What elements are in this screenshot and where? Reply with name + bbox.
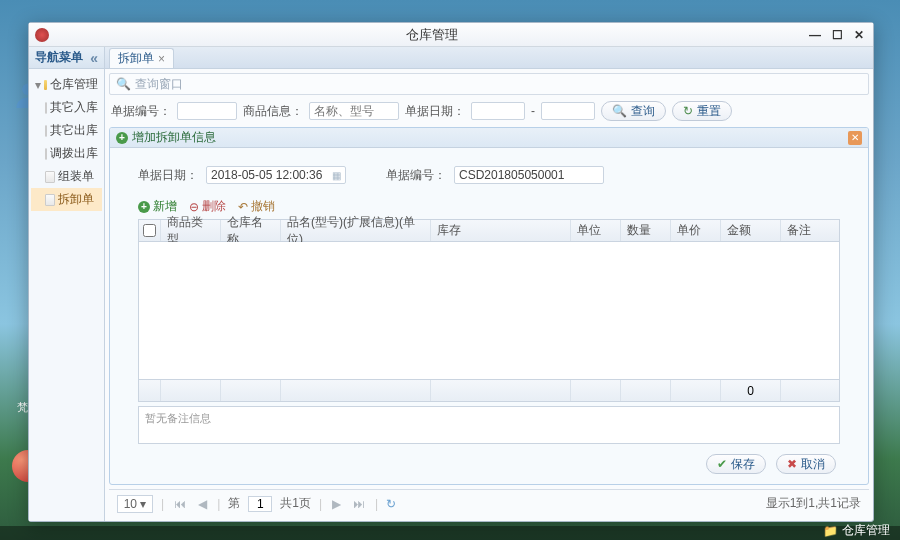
tree-item-other-out[interactable]: 其它出库 bbox=[31, 119, 102, 142]
col-product-type[interactable]: 商品类型 bbox=[161, 220, 221, 241]
search-icon: 🔍 bbox=[612, 104, 627, 118]
filter-product-label: 商品信息： bbox=[243, 103, 303, 120]
folder-icon bbox=[44, 80, 47, 90]
plus-icon: + bbox=[138, 201, 150, 213]
filter-date-sep: - bbox=[531, 104, 535, 118]
col-checkbox[interactable] bbox=[139, 220, 161, 241]
expand-icon: ▾ bbox=[35, 78, 41, 92]
tree-root-label: 仓库管理 bbox=[50, 76, 98, 93]
col-product-name[interactable]: 品名(型号)(扩展信息)(单位) bbox=[281, 220, 431, 241]
tree-item-transfer-out[interactable]: 调拨出库 bbox=[31, 142, 102, 165]
undo-icon: ↶ bbox=[238, 200, 248, 214]
pager-info: 显示1到1,共1记录 bbox=[766, 495, 861, 512]
last-page-button[interactable]: ⏭ bbox=[351, 497, 367, 511]
doc-code-label: 单据编号： bbox=[386, 167, 446, 184]
tree-item-assemble[interactable]: 组装单 bbox=[31, 165, 102, 188]
minimize-button[interactable]: — bbox=[807, 28, 823, 42]
doc-code-input[interactable] bbox=[454, 166, 604, 184]
form-row: 单据日期： 2018-05-05 12:00:36▦ 单据编号： bbox=[138, 166, 840, 184]
file-icon bbox=[45, 125, 47, 137]
file-icon bbox=[45, 148, 47, 160]
filter-docno-label: 单据编号： bbox=[111, 103, 171, 120]
sidebar-header: 导航菜单 « bbox=[29, 47, 104, 69]
action-row: ✔保存 ✖取消 bbox=[138, 444, 840, 474]
app-icon bbox=[35, 28, 49, 42]
col-unit[interactable]: 单位 bbox=[571, 220, 621, 241]
sidebar-title: 导航菜单 bbox=[35, 49, 83, 66]
pager: 10 ▾ | ⏮ ◀ | 第 共1页 | ▶ ⏭ | ↻ 显示1到1,共1记录 bbox=[109, 489, 869, 517]
total-pages-label: 共1页 bbox=[280, 495, 311, 512]
plus-icon: + bbox=[116, 132, 128, 144]
select-all-checkbox[interactable] bbox=[143, 224, 156, 237]
folder-icon: 📁 bbox=[823, 524, 838, 538]
doc-date-input[interactable]: 2018-05-05 12:00:36▦ bbox=[206, 166, 346, 184]
titlebar: 仓库管理 — ☐ ✕ bbox=[29, 23, 873, 47]
search-icon: 🔍 bbox=[116, 77, 131, 91]
file-icon bbox=[45, 194, 55, 206]
tree-root[interactable]: ▾仓库管理 bbox=[31, 73, 102, 96]
taskbar-item[interactable]: 📁仓库管理 bbox=[823, 522, 890, 539]
page-label: 第 bbox=[228, 495, 240, 512]
tree-item-disassemble[interactable]: 拆卸单 bbox=[31, 188, 102, 211]
filter-product-input[interactable] bbox=[309, 102, 399, 120]
sidebar-collapse-icon[interactable]: « bbox=[90, 50, 98, 66]
close-button[interactable]: ✕ bbox=[851, 28, 867, 42]
check-icon: ✔ bbox=[717, 457, 727, 471]
file-icon bbox=[45, 171, 55, 183]
panel-body: 单据日期： 2018-05-05 12:00:36▦ 单据编号： +新增 ⊖删除… bbox=[110, 148, 868, 484]
col-qty[interactable]: 数量 bbox=[621, 220, 671, 241]
app-window: 仓库管理 — ☐ ✕ 导航菜单 « ▾仓库管理 其它入库 其它出库 调拨出库 组… bbox=[28, 22, 874, 522]
next-page-button[interactable]: ▶ bbox=[330, 497, 343, 511]
page-size-select[interactable]: 10 ▾ bbox=[117, 495, 153, 513]
panel-title: 增加拆卸单信息 bbox=[132, 129, 216, 146]
remark-textarea[interactable]: 暂无备注信息 bbox=[138, 406, 840, 444]
maximize-button[interactable]: ☐ bbox=[829, 28, 845, 42]
col-stock[interactable]: 库存 bbox=[431, 220, 571, 241]
cancel-button[interactable]: ✖取消 bbox=[776, 454, 836, 474]
reset-button[interactable]: ↻重置 bbox=[672, 101, 732, 121]
save-button[interactable]: ✔保存 bbox=[706, 454, 766, 474]
calendar-icon: ▦ bbox=[332, 170, 341, 181]
grid-footer: 0 bbox=[139, 379, 839, 401]
page-number-input[interactable] bbox=[248, 496, 272, 512]
filter-bar: 单据编号： 商品信息： 单据日期： - 🔍查询 ↻重置 bbox=[109, 99, 869, 123]
search-placeholder: 查询窗口 bbox=[135, 76, 183, 93]
panel-header: + 增加拆卸单信息 ✕ bbox=[110, 128, 868, 148]
reset-icon: ↻ bbox=[683, 104, 693, 118]
sidebar: 导航菜单 « ▾仓库管理 其它入库 其它出库 调拨出库 组装单 拆卸单 bbox=[29, 47, 105, 521]
content-area: 🔍 查询窗口 单据编号： 商品信息： 单据日期： - 🔍查询 ↻重置 bbox=[105, 69, 873, 521]
filter-date-label: 单据日期： bbox=[405, 103, 465, 120]
col-remark[interactable]: 备注 bbox=[781, 220, 839, 241]
minus-icon: ⊖ bbox=[189, 200, 199, 214]
first-page-button[interactable]: ⏮ bbox=[172, 497, 188, 511]
tabbar: 拆卸单 × bbox=[105, 47, 873, 69]
refresh-button[interactable]: ↻ bbox=[386, 497, 396, 511]
filter-docno-input[interactable] bbox=[177, 102, 237, 120]
doc-date-label: 单据日期： bbox=[138, 167, 198, 184]
prev-page-button[interactable]: ◀ bbox=[196, 497, 209, 511]
taskbar: 📁仓库管理 bbox=[0, 526, 900, 540]
filter-date-to-input[interactable] bbox=[541, 102, 595, 120]
search-window-bar[interactable]: 🔍 查询窗口 bbox=[109, 73, 869, 95]
undo-button[interactable]: ↶撤销 bbox=[238, 198, 275, 215]
col-price[interactable]: 单价 bbox=[671, 220, 721, 241]
filter-date-from-input[interactable] bbox=[471, 102, 525, 120]
col-warehouse[interactable]: 仓库名称 bbox=[221, 220, 281, 241]
file-icon bbox=[45, 102, 47, 114]
nav-tree: ▾仓库管理 其它入库 其它出库 调拨出库 组装单 拆卸单 bbox=[29, 69, 104, 215]
sum-amount: 0 bbox=[721, 380, 781, 401]
cancel-icon: ✖ bbox=[787, 457, 797, 471]
tab-label: 拆卸单 bbox=[118, 50, 154, 67]
panel-close-icon[interactable]: ✕ bbox=[848, 131, 862, 145]
query-button[interactable]: 🔍查询 bbox=[601, 101, 666, 121]
tab-close-icon[interactable]: × bbox=[158, 52, 165, 66]
col-amount[interactable]: 金额 bbox=[721, 220, 781, 241]
main-area: 拆卸单 × 🔍 查询窗口 单据编号： 商品信息： 单据日期： - bbox=[105, 47, 873, 521]
delete-row-button[interactable]: ⊖删除 bbox=[189, 198, 226, 215]
tree-item-other-in[interactable]: 其它入库 bbox=[31, 96, 102, 119]
add-row-button[interactable]: +新增 bbox=[138, 198, 177, 215]
grid-toolbar: +新增 ⊖删除 ↶撤销 bbox=[138, 198, 840, 215]
grid-body bbox=[139, 242, 839, 379]
add-disassemble-panel: + 增加拆卸单信息 ✕ 单据日期： 2018-05-05 12:00:36▦ 单… bbox=[109, 127, 869, 485]
tab-disassemble[interactable]: 拆卸单 × bbox=[109, 48, 174, 68]
